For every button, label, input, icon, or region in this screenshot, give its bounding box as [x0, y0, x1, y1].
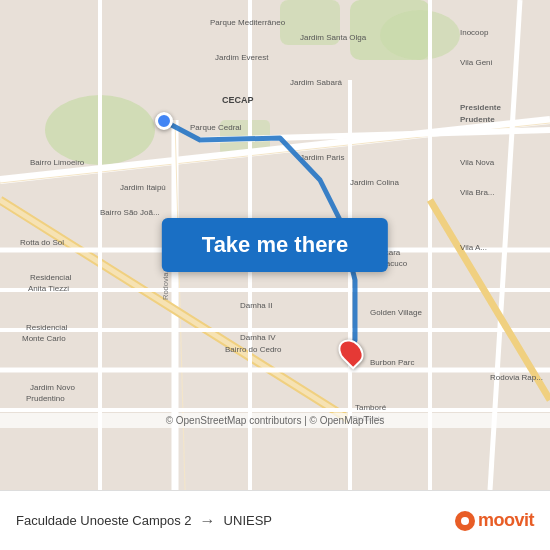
destination-marker [340, 338, 362, 366]
svg-text:Parque Cedral: Parque Cedral [190, 123, 242, 132]
svg-text:Rodovia Rap...: Rodovia Rap... [490, 373, 543, 382]
map-attribution: © OpenStreetMap contributors | © OpenMap… [0, 413, 550, 428]
bottom-bar: Faculdade Unoeste Campos 2 → UNIESP moov… [0, 490, 550, 550]
svg-text:Inocoop: Inocoop [460, 28, 489, 37]
svg-text:Jardim Sabará: Jardim Sabará [290, 78, 343, 87]
route-arrow-icon: → [200, 512, 216, 530]
svg-text:Jardim Itaipú: Jardim Itaipú [120, 183, 166, 192]
svg-text:Jardim Santa Olga: Jardim Santa Olga [300, 33, 367, 42]
route-to-label: UNIESP [224, 513, 272, 528]
svg-text:Residencial: Residencial [26, 323, 68, 332]
svg-text:Residencial: Residencial [30, 273, 72, 282]
svg-text:Prudentino: Prudentino [26, 394, 65, 403]
osm-attribution-text: © OpenStreetMap contributors | © OpenMap… [166, 415, 385, 426]
svg-text:Bairro Limoeiro: Bairro Limoeiro [30, 158, 85, 167]
svg-text:Tamboré: Tamboré [355, 403, 387, 412]
svg-text:Jardim Colina: Jardim Colina [350, 178, 399, 187]
svg-text:Bairro do Cedro: Bairro do Cedro [225, 345, 282, 354]
moovit-logo: moovit [455, 510, 534, 531]
svg-text:Damha IV: Damha IV [240, 333, 276, 342]
moovit-dot-inner [461, 517, 469, 525]
svg-text:Monte Carlo: Monte Carlo [22, 334, 66, 343]
svg-text:Vila Geni: Vila Geni [460, 58, 493, 67]
svg-text:Prudente: Prudente [460, 115, 495, 124]
svg-text:Anita Tiezzi: Anita Tiezzi [28, 284, 69, 293]
map-container: Bairro Limoeiro Parque Mediterrâneo Jard… [0, 0, 550, 490]
svg-text:Presidente: Presidente [460, 103, 501, 112]
svg-text:Jardim Paris: Jardim Paris [300, 153, 344, 162]
svg-text:Damha II: Damha II [240, 301, 272, 310]
moovit-text: moovit [478, 510, 534, 531]
svg-text:Vila A...: Vila A... [460, 243, 487, 252]
svg-text:Vila Nova: Vila Nova [460, 158, 495, 167]
route-info: Faculdade Unoeste Campos 2 → UNIESP [16, 512, 443, 530]
svg-point-4 [380, 10, 460, 60]
svg-text:Jardim Everest: Jardim Everest [215, 53, 269, 62]
svg-text:Parque Mediterrâneo: Parque Mediterrâneo [210, 18, 286, 27]
svg-text:Golden Village: Golden Village [370, 308, 422, 317]
origin-marker [155, 112, 173, 130]
svg-text:Bairro São Joã...: Bairro São Joã... [100, 208, 160, 217]
svg-text:Burbon Parc: Burbon Parc [370, 358, 414, 367]
svg-text:Vila Bra...: Vila Bra... [460, 188, 495, 197]
svg-text:Rotta do Sol: Rotta do Sol [20, 238, 64, 247]
take-me-there-button[interactable]: Take me there [162, 218, 388, 272]
svg-text:Jardim Novo: Jardim Novo [30, 383, 75, 392]
moovit-dot-icon [455, 511, 475, 531]
route-from-label: Faculdade Unoeste Campos 2 [16, 513, 192, 528]
svg-text:CECAP: CECAP [222, 95, 254, 105]
